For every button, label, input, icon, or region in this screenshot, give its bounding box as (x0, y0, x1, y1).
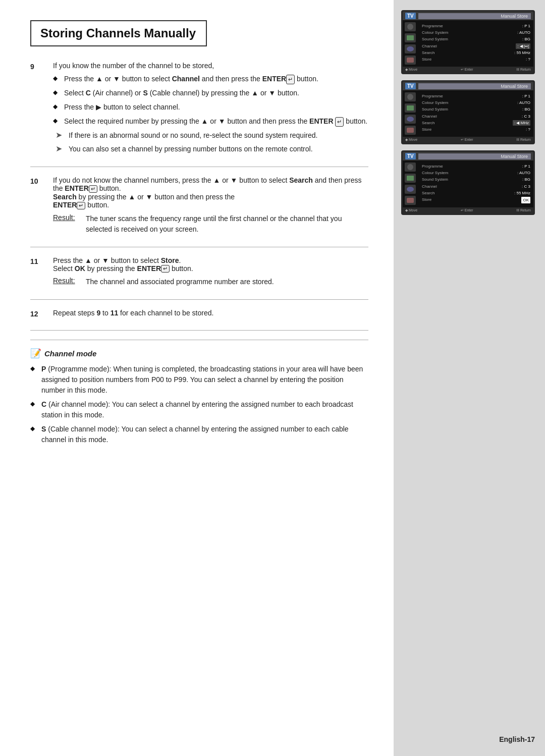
bullet-9-1-text: Press the ▲ or ▼ button to select Channe… (64, 74, 368, 84)
page-title: Storing Channels Manually (40, 26, 196, 40)
tv-logo: TV (405, 13, 416, 19)
tv-data-2: Programme: P 1 Colour System: AUTO Sound… (421, 92, 531, 135)
tv-header-1: TV Manual Store (403, 12, 533, 20)
bullet-9-3: ◆ Press the ▶ button to select channel. (53, 102, 368, 113)
step-9: 9 If you know the number of the channel … (30, 62, 368, 167)
diamond-icon: ◆ (53, 116, 60, 124)
tv-icon-2 (405, 103, 416, 113)
bullet-9-3-text: Press the ▶ button to select channel. (64, 102, 368, 113)
tv-row: Store: ? (422, 127, 530, 132)
tv-data-3: Programme: P 1 Colour System: AUTO Sound… (421, 163, 531, 205)
step-10: 10 If you do not know the channel number… (30, 176, 368, 247)
result-10-text: The tuner scans the frequency range unti… (86, 213, 368, 235)
tv-row: Colour System: AUTO (422, 100, 530, 105)
bullet-9-1: ◆ Press the ▲ or ▼ button to select Chan… (53, 74, 368, 84)
tv-row: Colour System: AUTO (422, 30, 530, 35)
bullet-9-2-text: Select C (Air channel) or S (Cable chann… (64, 88, 368, 98)
tv-panel-3: TV Manual Store Programme: P 1 Colour Sy… (401, 150, 535, 215)
tv-header-2: TV Manual Store (403, 82, 533, 90)
tv-data-1: Programme: P 1 Colour System: AUTO Sound… (421, 22, 531, 65)
note-9-2-text: You can also set a channel by pressing n… (69, 144, 368, 154)
step-11: 11 Press the ▲ or ▼ button to select Sto… (30, 256, 368, 300)
tv-body-2: Programme: P 1 Colour System: AUTO Sound… (403, 90, 533, 137)
step-9-content: If you know the number of the channel to… (53, 62, 368, 157)
main-content: Storing Channels Manually 9 If you know … (0, 0, 394, 756)
tv-row: Colour System: AUTO (422, 170, 530, 176)
tv-row: Channel: C 3 (422, 114, 530, 119)
tv-icons-col (405, 92, 419, 135)
channel-mode-box: 📝 Channel mode ◆ P (Programme mode): Whe… (30, 340, 368, 445)
tv-row: Channel: C 3 (422, 184, 530, 189)
note-9-1: ➤ If there is an abnormal sound or no so… (56, 130, 368, 141)
channel-mode-title: Channel mode (44, 349, 96, 358)
tv-row: Programme: P 1 (422, 164, 530, 169)
channel-mode-c-text: C (Air channel mode): You can select a c… (41, 399, 368, 420)
tv-row: Channel: ◀ [▪▪] (422, 43, 530, 49)
tv-icon-1 (405, 92, 416, 101)
step-11-intro: Press the ▲ or ▼ button to select Store.… (53, 256, 368, 273)
tv-header-3: TV Manual Store (403, 152, 533, 160)
tv-body-1: Programme: P 1 Colour System: AUTO Sound… (403, 20, 533, 67)
step-number-10: 10 (30, 176, 43, 185)
tv-row: Search: ◀ MHz (422, 120, 530, 126)
step-11-result: Result: The channel and associated progr… (53, 277, 368, 287)
arrow-icon: ➤ (56, 144, 65, 153)
diamond-icon: ◆ (30, 399, 37, 407)
tv-title-1: Manual Store (418, 13, 531, 19)
tv-row: Sound System: BG (422, 36, 530, 42)
tv-inner-3: TV Manual Store Programme: P 1 Colour Sy… (403, 152, 533, 213)
tv-icon-4 (405, 56, 416, 65)
step-10-intro: If you do not know the channel numbers, … (53, 176, 368, 209)
diamond-icon: ◆ (53, 88, 60, 96)
step-12-intro: Repeat steps 9 to 11 for each channel to… (53, 309, 368, 317)
step-12-content: Repeat steps 9 to 11 for each channel to… (53, 309, 368, 321)
page-footer-area: English-17 (401, 733, 537, 746)
step-number-12: 12 (30, 309, 43, 318)
step-number-11: 11 (30, 256, 43, 265)
tv-icons-col (405, 163, 419, 205)
tv-row: Programme: P 1 (422, 93, 530, 99)
step-9-intro: If you know the number of the channel to… (53, 62, 368, 70)
tv-inner-2: TV Manual Store Programme: P 1 Colour Sy… (403, 82, 533, 143)
note-icon: 📝 (30, 348, 41, 359)
diamond-icon: ◆ (30, 424, 37, 432)
step-number-9: 9 (30, 62, 43, 71)
bullet-9-2: ◆ Select C (Air channel) or S (Cable cha… (53, 88, 368, 98)
tv-icon-3 (405, 185, 416, 194)
channel-mode-p-text: P (Programme mode): When tuning is compl… (41, 364, 368, 396)
tv-row: Store: ? (422, 57, 530, 62)
result-11-text: The channel and associated programme num… (86, 277, 368, 287)
channel-mode-s: ◆ S (Cable channel mode): You can select… (30, 424, 368, 445)
arrow-icon: ➤ (56, 130, 65, 140)
tv-row: Sound System: BG (422, 106, 530, 112)
tv-footer-1: ◆ Move↵ EnterIII Return (403, 67, 533, 73)
tv-icon-3 (405, 115, 416, 124)
channel-mode-c: ◆ C (Air channel mode): You can select a… (30, 399, 368, 420)
tv-row: Programme: P 1 (422, 23, 530, 29)
note-9-1-text: If there is an abnormal sound or no soun… (69, 130, 368, 141)
tv-logo: TV (405, 83, 416, 89)
tv-row: Search: 55 MHz (422, 190, 530, 196)
tv-icon-3 (405, 44, 416, 53)
result-label: Result: (53, 277, 81, 287)
tv-icon-2 (405, 33, 416, 42)
step-11-content: Press the ▲ or ▼ button to select Store.… (53, 256, 368, 291)
tv-row: Search: 55 MHz (422, 50, 530, 56)
diamond-icon: ◆ (30, 364, 37, 372)
tv-footer-2: ◆ Move↵ EnterIII Return (403, 137, 533, 143)
tv-panel-1: TV Manual Store Programme: P 1 Colour Sy… (401, 10, 535, 74)
right-sidebar: TV Manual Store Programme: P 1 Colour Sy… (394, 0, 545, 756)
step-10-content: If you do not know the channel numbers, … (53, 176, 368, 238)
tv-icon-2 (405, 174, 416, 183)
tv-inner-1: TV Manual Store Programme: P 1 Colour Sy… (403, 12, 533, 73)
title-box: Storing Channels Manually (30, 20, 207, 46)
tv-row: Store OK (422, 197, 530, 203)
diamond-icon: ◆ (53, 74, 60, 82)
tv-icons-col (405, 22, 419, 65)
tv-icon-1 (405, 163, 416, 172)
step-10-result: Result: The tuner scans the frequency ra… (53, 213, 368, 235)
tv-row: Sound System: BG (422, 177, 530, 182)
bullet-9-4: ◆ Select the required number by pressing… (53, 116, 368, 127)
channel-mode-header: 📝 Channel mode (30, 348, 368, 359)
channel-mode-s-text: S (Cable channel mode): You can select a… (41, 424, 368, 445)
